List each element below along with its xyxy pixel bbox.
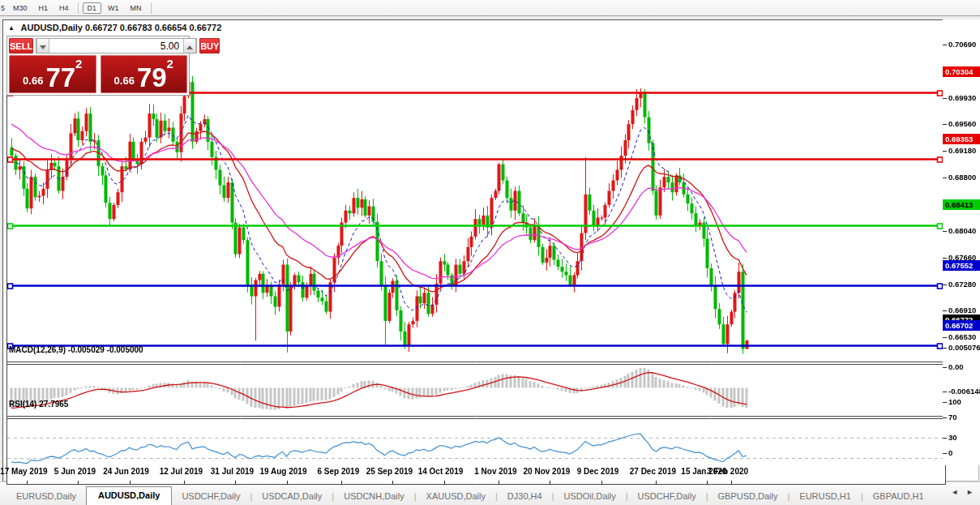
tab-gbpaud-h1[interactable]: GBPAUD,H1 — [863, 488, 934, 505]
one-click-trading-panel: SELL BUY 0.66 77 2 0.66 79 2 — [6, 36, 190, 96]
buy-button[interactable]: BUY — [199, 38, 220, 53]
tab-usdcnh-daily[interactable]: USDCNH,Daily — [334, 488, 414, 505]
tab-scroll-arrows: ◄ ► — [948, 481, 980, 505]
chart-symbol-label: AUDUSD,Daily — [21, 23, 83, 32]
tab-usdchf-daily[interactable]: USDCHF,Daily — [628, 488, 706, 505]
chart-title: ▲ AUDUSD,Daily 0.66727 0.66783 0.66654 0… — [8, 23, 221, 32]
bid-price-prefix: 0.66 — [23, 75, 43, 87]
hline-price-label: 0.66702 — [943, 320, 980, 331]
volume-increase-button[interactable] — [183, 39, 196, 53]
hline-price-label: 0.68413 — [943, 199, 980, 210]
sell-button[interactable]: SELL — [9, 38, 33, 53]
triangle-down-icon — [40, 45, 46, 49]
tab-usdoil-daily[interactable]: USDOil,Daily — [554, 488, 625, 505]
panel-collapse-arrow-icon[interactable]: ▲ — [8, 24, 15, 32]
hline-price-label: 0.69353 — [943, 134, 980, 144]
chart-ohlc-values: 0.66727 0.66783 0.66654 0.66772 — [85, 23, 221, 32]
hline-price-label: 0.67552 — [943, 260, 980, 271]
date-label: 3 Feb 2020 — [691, 467, 764, 476]
bid-price-box[interactable]: 0.66 77 2 — [9, 55, 96, 93]
tab-xauusd-daily[interactable]: XAUUSD,Daily — [417, 488, 495, 505]
hline-price-label: 0.70304 — [943, 66, 980, 77]
tab-dj30-h4[interactable]: DJ30,H4 — [498, 488, 552, 505]
tab-gbpusd-daily[interactable]: GBPUSD,Daily — [708, 488, 788, 505]
timeframe-d1[interactable]: D1 — [83, 2, 102, 14]
chart-tabs: EURUSD,DailyAUDUSD,DailyUSDCHF,Daily|USD… — [0, 485, 948, 505]
ask-price-prefix: 0.66 — [114, 75, 135, 87]
rsi-indicator-label: RSI(14) 27.7965 — [9, 400, 68, 409]
timeframe-w1[interactable]: W1 — [103, 2, 124, 14]
tab-audusd-daily[interactable]: AUDUSD,Daily — [86, 486, 172, 505]
price-axis[interactable]: 0.706900.699300.695600.691800.688000.680… — [943, 19, 980, 465]
volume-input[interactable] — [49, 39, 183, 53]
bid-price-main: 77 — [45, 66, 75, 90]
tab-usdcad-daily[interactable]: USDCAD,Daily — [252, 488, 332, 505]
timeframe-m5-partial[interactable]: 5 — [0, 2, 7, 14]
ask-price-pipette: 2 — [167, 57, 173, 71]
tab-eurusd-daily[interactable]: EURUSD,Daily — [6, 488, 86, 505]
chart-canvas[interactable] — [6, 41, 946, 485]
toolbar-separator — [151, 2, 152, 14]
tab-usdchf-daily[interactable]: USDCHF,Daily — [172, 488, 250, 505]
timeframe-m30[interactable]: M30 — [8, 2, 32, 14]
toolbar-separator — [78, 2, 79, 14]
volume-spinner — [36, 38, 197, 53]
tab-eurusd-h1[interactable]: EURUSD,H1 — [790, 488, 861, 505]
timeframe-toolbar: 5 M30H1H4D1W1MN — [0, 0, 980, 16]
chart-tab-bar: EURUSD,DailyAUDUSD,DailyUSDCHF,Daily|USD… — [0, 481, 980, 505]
volume-decrease-button[interactable] — [36, 39, 49, 53]
tab-scroll-right-icon[interactable]: ► — [966, 488, 974, 496]
ask-price-main: 79 — [137, 66, 167, 90]
timeframe-h1[interactable]: H1 — [34, 2, 53, 14]
timeframe-h4[interactable]: H4 — [54, 2, 74, 14]
timeframe-mn[interactable]: MN — [126, 2, 147, 14]
macd-indicator-label: MACD(12,26,9) -0.005029 -0.005000 — [9, 345, 143, 354]
tab-scroll-left-icon[interactable]: ◄ — [951, 488, 958, 496]
bid-price-pipette: 2 — [75, 57, 82, 71]
timeframe-buttons: M30H1H4D1W1MN — [7, 2, 155, 14]
ask-price-box[interactable]: 0.66 79 2 — [101, 55, 188, 93]
date-axis[interactable]: 17 May 20195 Jun 201924 Jun 201912 Jul 2… — [0, 465, 980, 480]
triangle-up-icon — [186, 45, 193, 49]
